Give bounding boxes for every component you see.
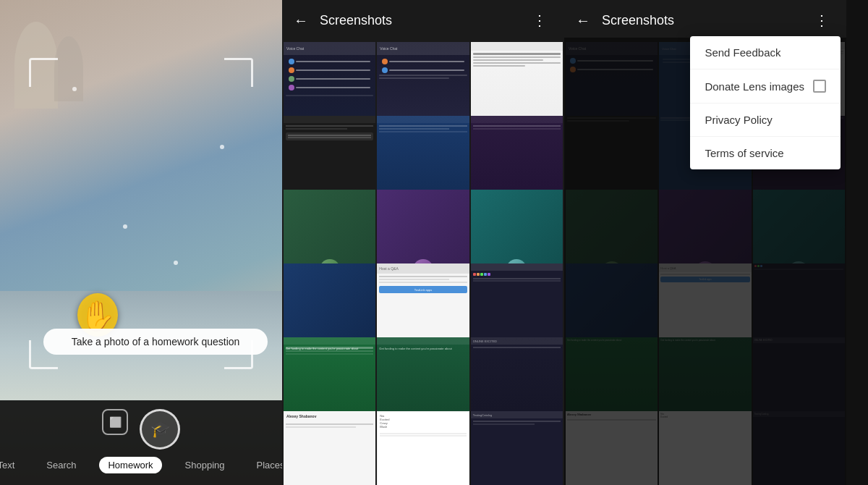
scan-dot — [174, 261, 178, 265]
more-vert-icon-2: ⋮ — [814, 12, 829, 28]
send-feedback-label: Send Feedback — [705, 46, 780, 59]
screenshots-grid: Voice Chat Voice Chat — [282, 41, 564, 485]
menu-item-privacy-policy[interactable]: Privacy Policy — [690, 104, 841, 137]
scan-dot — [123, 224, 127, 229]
screenshots-panel: ← Screenshots ⋮ Voice Chat Voice Chat — [282, 0, 564, 485]
back-button[interactable]: ← — [294, 12, 308, 29]
tab-places[interactable]: Places — [248, 457, 282, 473]
tab-search[interactable]: Search — [38, 457, 85, 473]
camera-icons-row: ⬜ 🎓 — [0, 409, 282, 450]
screenshots-title-2: Screenshots — [602, 13, 809, 28]
more-options-button-2[interactable]: ⋮ — [809, 9, 835, 32]
donate-lens-label: Donate Lens images — [705, 80, 804, 93]
tab-text[interactable]: Text — [0, 457, 23, 473]
menu-item-terms-of-service[interactable]: Terms of service — [690, 137, 841, 169]
screenshots-title: Screenshots — [320, 13, 527, 28]
screenshots-menu-panel: ← Screenshots ⋮ Voice Chat Voice Chat — [564, 0, 846, 485]
mortarboard-icon: 🎓 — [150, 420, 170, 439]
image-icon-button[interactable]: ⬜ — [102, 409, 128, 435]
image-icon: ⬜ — [109, 416, 122, 428]
scan-bracket-tr — [224, 58, 253, 87]
tab-homework[interactable]: Homework — [99, 457, 161, 473]
donate-lens-checkbox[interactable] — [813, 80, 826, 93]
menu-item-send-feedback[interactable]: Send Feedback — [690, 36, 841, 69]
thumbnail-18[interactable]: TestingCatalog — [471, 411, 563, 485]
thumbnail-17[interactable]: NiaExcitedCrazyBlush — [377, 411, 469, 485]
tab-shopping[interactable]: Shopping — [176, 457, 234, 473]
more-vert-icon: ⋮ — [532, 12, 547, 28]
svg-text:✋: ✋ — [80, 298, 116, 333]
privacy-policy-label: Privacy Policy — [705, 114, 772, 126]
screenshots-header: ← Screenshots ⋮ — [282, 0, 564, 41]
tooltip-text: Take a photo of a homework question — [72, 336, 240, 347]
scan-dot — [72, 87, 77, 91]
camera-panel: ✋ Take a photo of a homework question ⬜ … — [0, 0, 282, 485]
dropdown-menu: Send Feedback Donate Lens images Privacy… — [690, 36, 841, 169]
shutter-button[interactable]: 🎓 — [140, 409, 180, 450]
camera-tabs: Text Search Homework Shopping Places — [0, 457, 282, 473]
back-icon-2: ← — [576, 12, 590, 29]
camera-bottom-bar: ⬜ 🎓 Text Search Homework Shopping Places — [0, 400, 282, 485]
terms-of-service-label: Terms of service — [705, 147, 783, 159]
back-button-2[interactable]: ← — [576, 12, 590, 29]
scan-dot — [220, 145, 224, 149]
screenshots-menu-header: ← Screenshots ⋮ — [564, 0, 846, 41]
camera-tooltip: Take a photo of a homework question — [43, 329, 268, 355]
scan-bracket-tl — [29, 58, 58, 87]
thumbnail-16[interactable]: Alexey Shabanov — [284, 411, 375, 485]
more-options-button[interactable]: ⋮ — [527, 9, 553, 32]
back-icon: ← — [294, 12, 308, 29]
menu-item-donate-lens[interactable]: Donate Lens images — [690, 69, 841, 104]
